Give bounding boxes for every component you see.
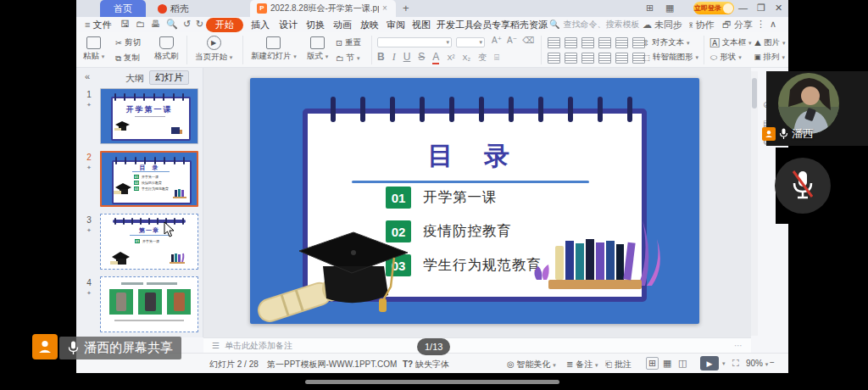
menu-tab-insert[interactable]: 插入 xyxy=(251,19,270,31)
cut-button[interactable]: ✂剪切 xyxy=(115,37,141,48)
menu-tab-transition[interactable]: 切换 xyxy=(306,19,325,31)
new-tab-button[interactable]: + xyxy=(403,2,409,14)
share-button[interactable]: 🗗 分享 xyxy=(722,19,753,31)
smart-graphic-button[interactable]: ⬚转智能图形 ▾ xyxy=(643,52,698,63)
sync-status[interactable]: ☁ 未同步 xyxy=(643,19,682,31)
taskbar-hide-handle[interactable] xyxy=(305,380,559,384)
new-slide-button[interactable]: 新建幻灯片 ▾ xyxy=(251,36,297,62)
copy-button[interactable]: ⧉复制 xyxy=(115,53,141,64)
bullet-list-icon[interactable] xyxy=(548,37,560,48)
section-button[interactable]: 🗀节 ▾ xyxy=(336,53,361,64)
distribute-icon[interactable] xyxy=(615,53,628,64)
tab-docer[interactable]: 稻壳 xyxy=(151,0,203,17)
font-color-button[interactable]: A xyxy=(432,51,439,64)
align-text-button[interactable]: ⇳对齐文本 ▾ xyxy=(643,37,689,48)
shrink-font-button[interactable]: A⁻ xyxy=(507,36,517,45)
slide3-thumbnail[interactable]: 第一章 01 开学第一课 xyxy=(100,214,198,270)
zoom-level[interactable]: 90% ▾ xyxy=(746,359,768,368)
superscript-button[interactable]: X² xyxy=(447,53,454,62)
slideshow-play-button[interactable]: ▶ xyxy=(700,356,719,370)
paste-button[interactable]: 粘贴 ▾ xyxy=(83,36,104,62)
decrease-indent-icon[interactable] xyxy=(581,37,594,48)
slide4-thumbnail[interactable] xyxy=(100,276,198,332)
window-layout-icon[interactable]: ⊞ xyxy=(646,3,654,14)
muted-mic-button[interactable] xyxy=(775,158,831,214)
text-effect-button[interactable]: 变 xyxy=(478,52,487,64)
undo-icon[interactable]: ↺ xyxy=(183,19,191,30)
tab-file-active[interactable]: P 2022.8.28班会-开学第一课.pptx × xyxy=(250,0,396,17)
play-options-caret[interactable]: ▾ xyxy=(722,360,726,367)
menu-tab-animation[interactable]: 动画 xyxy=(333,19,352,31)
collab-button[interactable]: 🯅 协作 xyxy=(688,19,715,31)
grow-font-button[interactable]: A⁺ xyxy=(492,36,502,45)
text-box-button[interactable]: 🄰文本框▾ xyxy=(710,37,751,48)
menu-tab-docer-res[interactable]: 稻壳资源 xyxy=(510,19,548,31)
app-grid-icon[interactable]: ▦ xyxy=(665,3,674,14)
align-left-icon[interactable] xyxy=(548,53,560,64)
share-indicator-icon[interactable] xyxy=(32,334,58,359)
slide-layout-button[interactable]: 版式 ▾ xyxy=(307,36,328,62)
slide1-thumbnail[interactable]: 开学第一课 xyxy=(100,88,198,144)
highlight-button[interactable]: ⌸ xyxy=(494,53,499,63)
bold-button[interactable]: B xyxy=(377,51,385,63)
justify-icon[interactable] xyxy=(598,53,611,64)
increase-indent-icon[interactable] xyxy=(598,37,611,48)
picture-button[interactable]: ⛰图片▾ xyxy=(754,37,786,48)
line-spacing-icon[interactable] xyxy=(615,37,628,48)
align-center-icon[interactable] xyxy=(565,53,577,64)
menu-tab-start[interactable]: 开始 xyxy=(206,18,243,32)
more-icon[interactable]: ⋮ xyxy=(756,19,765,30)
share-banner[interactable]: 潘西的屏幕共享 xyxy=(59,337,181,359)
italic-button[interactable]: I xyxy=(392,51,396,64)
beautify-button[interactable]: ◎ 智能美化 ▾ xyxy=(507,359,556,370)
subscript-button[interactable]: X₂ xyxy=(462,53,470,62)
slide-title[interactable]: 目 录 xyxy=(303,139,647,174)
save-icon[interactable]: 🖫 xyxy=(120,19,130,29)
numbered-list-icon[interactable] xyxy=(565,37,577,48)
close-window-button[interactable]: ✕ xyxy=(775,3,782,14)
strikethrough-button[interactable]: S xyxy=(418,51,425,63)
tab-slides[interactable]: 幻灯片 xyxy=(149,70,189,85)
sorter-view-icon[interactable]: ▦ xyxy=(663,358,671,369)
print-icon[interactable]: 🖶 xyxy=(151,19,160,29)
reading-view-icon[interactable]: ◫ xyxy=(678,358,687,369)
comments-button[interactable]: ⎗ 批注 xyxy=(605,359,632,370)
align-right-icon[interactable] xyxy=(581,53,594,64)
font-size-select[interactable]: ▾ xyxy=(456,37,485,47)
slide-editor-canvas[interactable]: 目 录 01 开学第一课 02 疫情防控教育 03 学生行为规范教育 xyxy=(203,68,751,337)
fit-window-icon[interactable]: ⛶ xyxy=(732,358,739,369)
scrollbar-thumb[interactable] xyxy=(752,78,757,109)
font-family-select[interactable]: ▾ xyxy=(377,37,452,47)
minimize-button[interactable]: — xyxy=(738,3,748,13)
reset-button[interactable]: ⊡重置 xyxy=(336,37,361,48)
collapse-ribbon-icon[interactable]: ∧ xyxy=(770,19,776,30)
login-button[interactable]: 立即登录 xyxy=(693,2,734,14)
file-menu[interactable]: ≡ 文件 xyxy=(85,19,111,31)
zoom-out-button[interactable]: − xyxy=(770,358,775,367)
format-painter-button[interactable]: 格式刷 xyxy=(154,36,179,62)
notes-more-icon[interactable]: ⋯ xyxy=(734,341,743,350)
slide2-thumbnail-selected[interactable]: 目 录 01开学第一课 02疫情防控教育 03学生行为规范教育 xyxy=(100,151,198,207)
menu-tab-review[interactable]: 审阅 xyxy=(387,19,405,31)
missing-font-warning[interactable]: T? 缺失字体 xyxy=(403,359,449,370)
menu-tab-member[interactable]: 会员专享 xyxy=(473,19,510,31)
current-slide[interactable]: 目 录 01 开学第一课 02 疫情防控教育 03 学生行为规范教育 xyxy=(250,78,699,324)
clear-format-icon[interactable]: ⌫ xyxy=(522,36,534,45)
notes-bar[interactable]: ☰ 单击此处添加备注 ⋯ xyxy=(203,337,751,353)
menu-tab-slideshow[interactable]: 放映 xyxy=(360,19,379,31)
preview-icon[interactable]: 🔍 xyxy=(166,19,178,30)
menu-tab-devtools[interactable]: 开发工具 xyxy=(437,19,474,31)
redo-icon[interactable]: ↻ xyxy=(196,19,203,30)
menu-tab-view[interactable]: 视图 xyxy=(412,19,431,31)
tab-home[interactable]: 首页 xyxy=(100,0,146,17)
arrange-button[interactable]: 🞕排列▾ xyxy=(754,52,785,63)
tab-outline[interactable]: 大纲 xyxy=(125,72,144,85)
play-from-current-button[interactable]: ▶ 当页开始 ▾ xyxy=(195,36,232,63)
export-icon[interactable]: 🗀 xyxy=(136,19,145,29)
menu-tab-design[interactable]: 设计 xyxy=(279,19,298,31)
restore-button[interactable]: ❐ xyxy=(757,3,765,14)
normal-view-icon[interactable]: ⊞ xyxy=(646,357,659,370)
close-tab-icon[interactable]: × xyxy=(382,0,387,17)
collapse-panel-icon[interactable]: « xyxy=(85,71,90,81)
shapes-button[interactable]: ⬭形状▾ xyxy=(710,52,742,63)
